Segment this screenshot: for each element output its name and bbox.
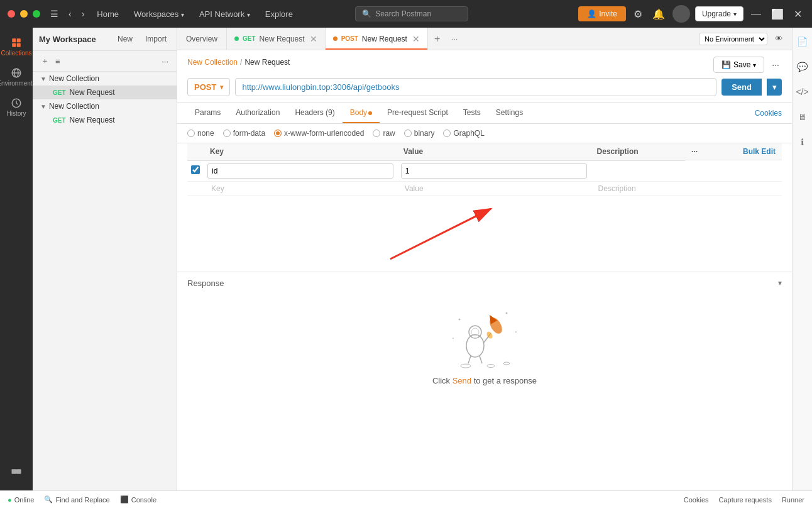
svg-point-26 [487,364,495,367]
row-checkbox[interactable] [191,165,200,174]
req-tab-auth[interactable]: Authorization [228,103,287,123]
breadcrumb-collection[interactable]: New Collection [187,58,238,67]
import-button[interactable]: Import [141,33,170,45]
request-line: POST ▾ Send ▾ [187,78,782,96]
form-table-header-row: Key Value Description ··· Bulk Edit [187,143,782,160]
url-input[interactable] [235,78,716,96]
bulk-edit-btn[interactable]: Bulk Edit [743,147,776,156]
tab-overview[interactable]: Overview [177,28,227,50]
req-tab-body[interactable]: Body [343,103,380,123]
req-tab-tests[interactable]: Tests [456,103,488,123]
sidebar-item-history[interactable]: History [3,93,30,121]
req-tab-params[interactable]: Params [187,103,228,123]
environment-icon[interactable]: 👁 [772,31,786,46]
close-window-btn[interactable] [8,10,15,18]
req-tab-settings[interactable]: Settings [488,103,530,123]
right-docs-icon[interactable]: 📄 [794,33,811,50]
online-status[interactable]: ● Online [8,496,34,504]
titlebar-left: ☰ ‹ › Home Workspaces ▾ API Network ▾ Ex… [8,7,298,21]
new-button[interactable]: New [114,33,136,45]
value-input[interactable] [401,163,587,179]
tab-close-post[interactable]: ✕ [412,34,420,44]
send-link[interactable]: Send [453,376,471,385]
right-comments-icon[interactable]: 💬 [794,58,811,75]
tab-post-request[interactable]: POST New Request ✕ [326,28,428,50]
sidebar-item-environments[interactable]: Environments [3,63,30,91]
api-network-link[interactable]: API Network ▾ [194,7,255,21]
find-replace-btn[interactable]: 🔍 Find and Replace [44,495,109,504]
req-tab-pre-request[interactable]: Pre-request Script [380,103,456,123]
sidebar-item-collections[interactable]: Collections [3,33,30,60]
method-select[interactable]: POST ▾ [187,78,230,96]
capture-requests-btn[interactable]: Capture requests [719,496,772,504]
notifications-icon[interactable]: 🔔 [650,6,667,23]
tab-more-btn[interactable]: ··· [446,35,463,43]
radio-binary [404,130,412,137]
collection-item-2[interactable]: ▼ New Collection [33,99,177,113]
right-info-icon[interactable]: ℹ [794,133,811,151]
restore-btn[interactable]: ⬜ [769,6,786,23]
explore-link[interactable]: Explore [260,7,298,21]
body-option-none[interactable]: none [187,129,214,138]
forward-btn[interactable]: › [79,8,87,20]
workspaces-link[interactable]: Workspaces ▾ [129,7,189,21]
send-button[interactable]: Send [721,79,762,96]
more-options-btn[interactable]: ··· [769,57,782,72]
body-options: none form-data x-www-form-urlencoded raw [177,124,792,143]
maximize-window-btn[interactable] [33,10,40,18]
minimize-btn[interactable]: — [749,6,764,22]
key-placeholder: Key [207,182,228,196]
desc-placeholder: Description [595,182,640,196]
svg-rect-0 [12,38,16,42]
svg-point-25 [461,364,471,368]
home-link[interactable]: Home [92,7,124,21]
response-title: Response [187,279,224,288]
close-btn[interactable]: ✕ [791,6,804,23]
table-row-empty: Key Value Description [187,181,782,196]
invite-icon: 👤 [587,9,596,18]
body-option-graphql[interactable]: GraphQL [443,129,484,138]
api-network-dropdown-icon: ▾ [247,11,250,18]
settings-icon[interactable]: ⚙ [631,6,645,23]
search-bar[interactable]: 🔍 Search Postman [355,6,468,21]
sidebar-toggle-btn[interactable]: ☰ [48,8,61,20]
right-code-icon[interactable]: </> [794,83,811,101]
upgrade-button[interactable]: Upgrade ▾ [695,6,743,21]
search-icon: 🔍 [362,9,371,18]
environment-select[interactable]: No Environment [699,33,767,45]
tab-add-btn[interactable]: + [428,33,446,45]
body-option-urlencoded[interactable]: x-www-form-urlencoded [274,129,364,138]
request-top-bar: New Collection / New Request 💾 Save ▾ ··… [187,57,782,73]
runner-btn[interactable]: Runner [782,496,804,504]
right-monitor-icon[interactable]: 🖥 [794,108,811,126]
row-desc-cell [591,160,685,181]
body-dot [368,111,372,115]
response-header[interactable]: Response ▾ [187,279,782,288]
sidebar-more-btn[interactable]: ··· [160,55,170,68]
req-tab-headers[interactable]: Headers (9) [287,103,342,123]
sidebar-item-apis[interactable] [3,458,30,485]
add-collection-btn[interactable]: ＋ [39,53,51,69]
sort-btn[interactable]: ≡ [53,55,62,68]
tab-close-get[interactable]: ✕ [310,34,317,44]
request-item-2-1[interactable]: GET New Request [33,113,177,127]
request-item-1-1[interactable]: GET New Request [33,86,177,99]
tab-status-dot-get [234,36,239,41]
avatar[interactable] [672,5,690,23]
key-input[interactable] [207,163,393,179]
cookies-status-btn[interactable]: Cookies [684,496,709,504]
invite-button[interactable]: 👤 Invite [578,6,626,21]
tab-get-request[interactable]: GET New Request ✕ [227,28,326,50]
console-btn[interactable]: ⬛ Console [120,495,156,504]
red-arrow-svg [187,196,782,272]
cookies-link[interactable]: Cookies [755,109,782,118]
back-btn[interactable]: ‹ [66,8,74,20]
body-option-form-data[interactable]: form-data [223,129,265,138]
minimize-window-btn[interactable] [20,10,28,18]
sidebar-header: My Workspace New Import [33,28,177,51]
collection-item-1[interactable]: ▼ New Collection [33,72,177,86]
save-button[interactable]: 💾 Save ▾ [713,57,764,73]
body-option-binary[interactable]: binary [404,129,435,138]
send-dropdown-btn[interactable]: ▾ [767,79,782,96]
body-option-raw[interactable]: raw [373,129,395,138]
